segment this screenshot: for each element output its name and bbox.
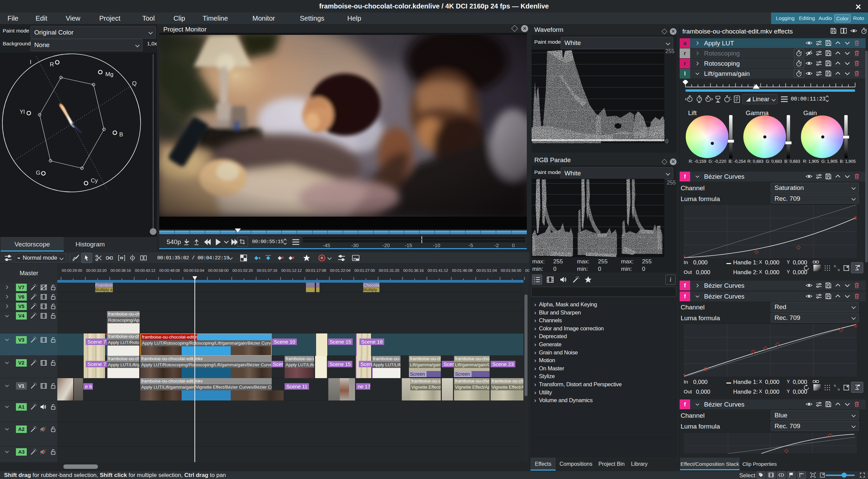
svg-text:00:01:27:00: 00:01:27:00 xyxy=(354,268,375,273)
svg-text:00:00:58:00: 00:00:58:00 xyxy=(208,268,229,273)
svg-text:I: I xyxy=(30,59,32,65)
svg-text:00:00:43:12: 00:00:43:12 xyxy=(135,268,156,273)
svg-text:00:01:07:16: 00:01:07:16 xyxy=(257,268,277,273)
svg-text:00:00:33:20: 00:00:33:20 xyxy=(86,268,107,273)
svg-text:00:01:56:00: 00:01:56:00 xyxy=(501,268,521,273)
svg-text:Yl: Yl xyxy=(20,109,25,115)
svg-text:00:00:38:16: 00:00:38:16 xyxy=(110,268,131,273)
svg-text:R: R xyxy=(50,61,54,68)
svg-text:00:01:51:04: 00:01:51:04 xyxy=(476,268,497,273)
svg-text:00:01:36:16: 00:01:36:16 xyxy=(403,268,424,273)
svg-text:00:01:17:08: 00:01:17:08 xyxy=(306,268,326,273)
svg-text:00:00:48:08: 00:00:48:08 xyxy=(159,268,180,273)
svg-text:Q: Q xyxy=(132,80,137,87)
svg-text:G: G xyxy=(36,170,40,176)
svg-text:00:01:12:12: 00:01:12:12 xyxy=(281,268,302,273)
svg-text:00:01:02:20: 00:01:02:20 xyxy=(232,268,253,273)
svg-text:Mg: Mg xyxy=(105,71,113,78)
svg-text:00:01:46:08: 00:01:46:08 xyxy=(452,268,473,273)
svg-text:00:01:31:20: 00:01:31:20 xyxy=(379,268,399,273)
svg-text:00:: 00: xyxy=(525,268,529,273)
svg-text:00:00:29:00: 00:00:29:00 xyxy=(62,268,82,273)
svg-text:00:00:53:04: 00:00:53:04 xyxy=(184,268,204,273)
svg-text:Cy: Cy xyxy=(91,177,98,184)
svg-text:00:01:22:04: 00:01:22:04 xyxy=(330,268,351,273)
svg-text:B: B xyxy=(119,131,123,138)
svg-text:00:01:41:12: 00:01:41:12 xyxy=(428,268,448,273)
